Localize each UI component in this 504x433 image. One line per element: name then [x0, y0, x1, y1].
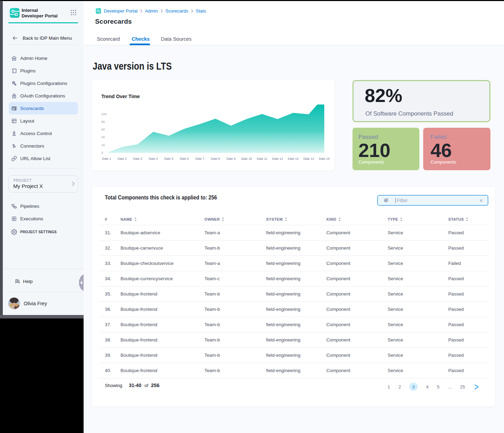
svg-text:Date 13: Date 13 — [288, 157, 298, 160]
svg-text:80: 80 — [101, 120, 105, 124]
svg-text:0: 0 — [101, 151, 103, 155]
svg-text:Date 9: Date 9 — [226, 157, 235, 160]
svg-text:20: 20 — [101, 143, 105, 147]
svg-text:Date 1: Date 1 — [102, 157, 111, 160]
svg-text:Date 12: Date 12 — [272, 157, 283, 160]
svg-text:60: 60 — [101, 128, 105, 131]
svg-text:40: 40 — [101, 135, 105, 139]
svg-text:Date 10: Date 10 — [241, 157, 252, 160]
svg-text:Date 4: Date 4 — [149, 157, 158, 160]
svg-text:Date 2: Date 2 — [118, 157, 127, 160]
svg-text:Date 14: Date 14 — [303, 157, 314, 160]
svg-text:Date 7: Date 7 — [195, 157, 204, 160]
svg-text:Date 15: Date 15 — [319, 157, 330, 160]
svg-text:Date 8: Date 8 — [211, 157, 220, 160]
svg-text:Date 3: Date 3 — [133, 157, 142, 160]
svg-text:Date 6: Date 6 — [180, 157, 189, 160]
svg-text:Date 11: Date 11 — [257, 157, 267, 160]
svg-text:Date 5: Date 5 — [164, 157, 173, 160]
svg-text:100: 100 — [101, 112, 107, 116]
